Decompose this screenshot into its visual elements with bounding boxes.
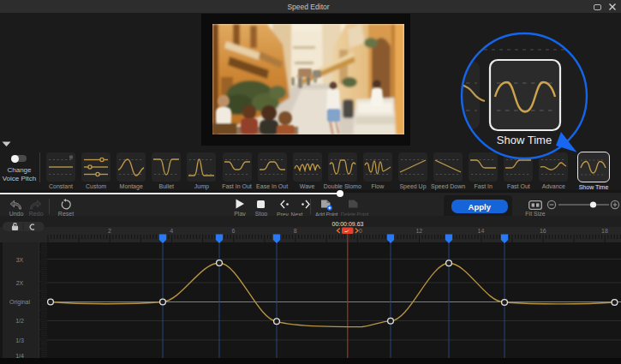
svg-text:6: 6 xyxy=(232,228,236,234)
svg-text:12: 12 xyxy=(415,228,422,234)
svg-text:1/4: 1/4 xyxy=(15,353,24,359)
svg-text:Original: Original xyxy=(9,299,31,306)
svg-text:3X: 3X xyxy=(16,257,24,263)
svg-text:1/2: 1/2 xyxy=(15,318,24,324)
svg-text:2X: 2X xyxy=(16,280,24,286)
svg-text:16: 16 xyxy=(540,228,546,234)
svg-text:Show Time: Show Time xyxy=(497,134,552,146)
svg-text:2: 2 xyxy=(108,228,111,234)
svg-text:14: 14 xyxy=(478,228,485,234)
svg-text:8: 8 xyxy=(294,228,297,234)
svg-text:00:00:09.63: 00:00:09.63 xyxy=(332,221,364,227)
svg-text:1/3: 1/3 xyxy=(15,337,24,343)
svg-text:4: 4 xyxy=(170,228,173,234)
svg-text:0: 0 xyxy=(359,228,362,234)
svg-text:18: 18 xyxy=(601,228,608,234)
